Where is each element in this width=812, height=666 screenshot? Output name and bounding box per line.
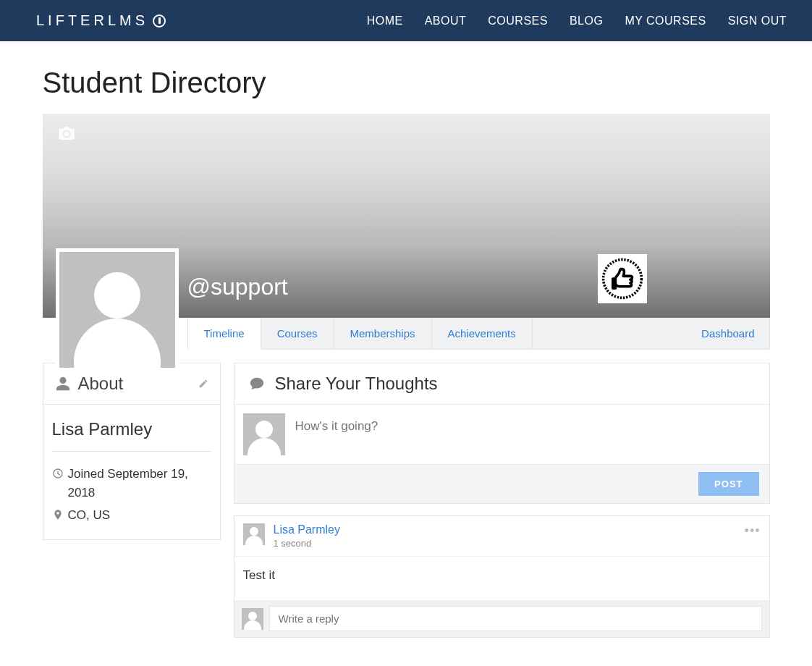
location-icon	[52, 509, 64, 520]
profile-avatar[interactable]	[56, 248, 179, 371]
page-title: Student Directory	[43, 67, 770, 99]
post-content: Test it	[234, 556, 769, 600]
achievement-badge[interactable]	[598, 254, 647, 303]
speech-bubble-icon	[248, 376, 266, 392]
post-menu-button[interactable]: •••	[745, 523, 761, 539]
composer-avatar	[243, 413, 285, 455]
about-title: About	[78, 374, 198, 394]
person-icon	[55, 376, 71, 392]
joined-date: Joined September 19, 2018	[68, 465, 211, 503]
site-header: LIFTERLMS HOME ABOUT COURSES BLOG MY COU…	[0, 0, 812, 41]
nav-blog[interactable]: BLOG	[570, 14, 603, 28]
nav-sign-out[interactable]: SIGN OUT	[728, 14, 787, 28]
share-thoughts-card: Share Your Thoughts POST	[234, 363, 770, 504]
site-logo[interactable]: LIFTERLMS	[36, 12, 166, 29]
post-card: Lisa Parmley 1 second ••• Test it	[234, 515, 770, 638]
pencil-icon[interactable]	[198, 379, 208, 389]
tab-memberships[interactable]: Memberships	[334, 318, 432, 349]
nav-courses[interactable]: COURSES	[488, 14, 548, 28]
location: CO, US	[68, 506, 111, 525]
nav-my-courses[interactable]: MY COURSES	[625, 14, 706, 28]
post-button[interactable]: POST	[698, 472, 758, 496]
tab-dashboard[interactable]: Dashboard	[687, 318, 754, 349]
nav-home[interactable]: HOME	[367, 14, 403, 28]
thumbs-up-badge-icon	[601, 257, 644, 300]
user-name: Lisa Parmley	[52, 416, 211, 452]
post-timestamp: 1 second	[274, 538, 340, 549]
logo-text: LIFTERLMS	[36, 12, 148, 29]
profile-cover: @support	[43, 114, 770, 318]
avatar-placeholder-icon	[59, 252, 175, 368]
clock-icon	[52, 468, 64, 479]
profile-handle: @support	[187, 274, 288, 300]
reply-input[interactable]	[269, 606, 762, 631]
primary-nav: HOME ABOUT COURSES BLOG MY COURSES SIGN …	[367, 14, 787, 28]
share-input[interactable]	[295, 413, 756, 439]
camera-icon	[59, 127, 75, 140]
post-author-avatar[interactable]	[243, 523, 265, 545]
share-title: Share Your Thoughts	[275, 374, 438, 394]
change-cover-button[interactable]	[59, 127, 75, 143]
nav-about[interactable]: ABOUT	[425, 14, 467, 28]
post-author-link[interactable]: Lisa Parmley	[274, 523, 340, 536]
tab-timeline[interactable]: Timeline	[188, 318, 261, 350]
tab-courses[interactable]: Courses	[261, 318, 334, 349]
tab-achievements[interactable]: Achievements	[432, 318, 533, 349]
logo-icon	[153, 14, 166, 28]
profile-tabs: Timeline Courses Memberships Achievement…	[187, 318, 770, 350]
svg-point-0	[603, 260, 641, 298]
about-card: About Lisa Parmley Joined September 19, …	[43, 363, 221, 540]
reply-avatar	[242, 608, 263, 630]
